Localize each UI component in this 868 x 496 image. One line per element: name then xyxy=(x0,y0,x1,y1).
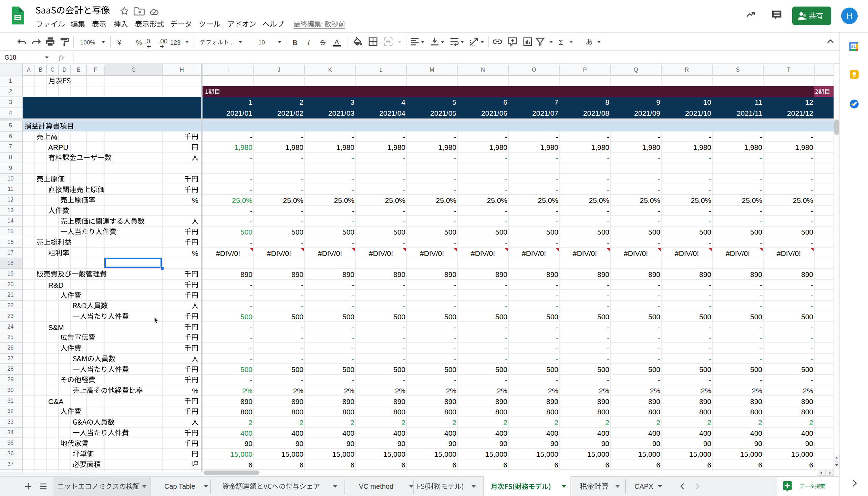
svg-text:31: 31 xyxy=(851,44,856,49)
